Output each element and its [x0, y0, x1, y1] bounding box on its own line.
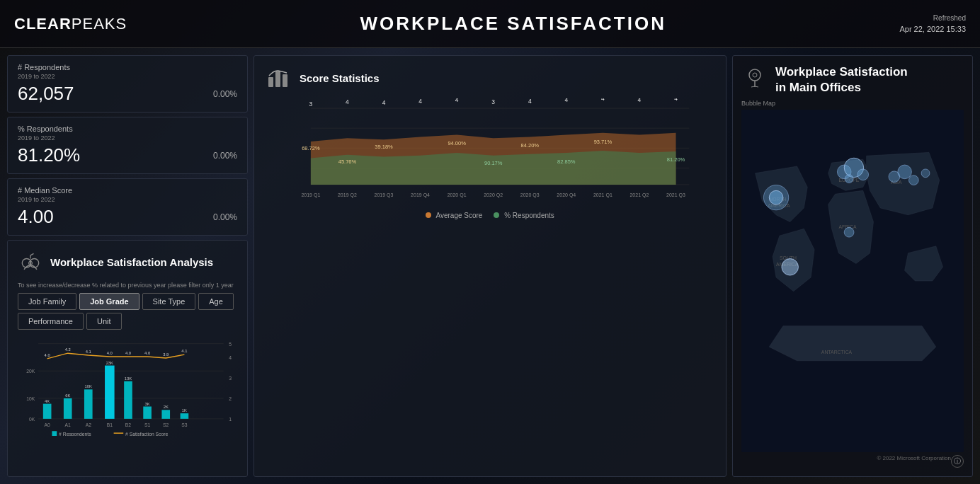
svg-text:4.1: 4.1 — [181, 349, 187, 353]
legend-avg-score: Average Score — [426, 212, 482, 219]
svg-text:81.20%: 81.20% — [667, 156, 685, 163]
tab-site-type[interactable]: Site Type — [142, 293, 196, 310]
respondents-label: # Respondents — [18, 63, 237, 71]
info-button[interactable]: ⓘ — [951, 455, 964, 468]
map-container: NORTH AMERICA SOUTH AMERICA EUROPE AFRIC… — [741, 110, 964, 452]
svg-text:4: 4 — [528, 98, 532, 105]
middle-panel: Score Statistics 3 4 4 4 4 3 — [253, 55, 727, 477]
pct-label: % Respondents — [18, 125, 237, 133]
respondents-value: 62,057 — [18, 83, 74, 105]
svg-rect-21 — [84, 389, 93, 419]
score-stats-header: Score Statistics — [266, 64, 714, 91]
svg-text:90.17%: 90.17% — [484, 160, 503, 166]
map-footer: © 2022 Microsoft Corporation ⓘ — [741, 455, 964, 468]
score-stats-card: Score Statistics 3 4 4 4 4 3 — [253, 55, 727, 477]
avg-score-dot — [426, 212, 431, 218]
svg-text:2020 Q3: 2020 Q3 — [520, 192, 540, 198]
tab-unit[interactable]: Unit — [86, 313, 122, 330]
svg-text:4.0: 4.0 — [107, 351, 113, 355]
refresh-label: Refreshed — [899, 13, 966, 23]
svg-text:B2: B2 — [125, 422, 132, 427]
svg-text:2019 Q3: 2019 Q3 — [375, 192, 394, 198]
score-stats-icon — [266, 64, 292, 91]
svg-rect-24 — [105, 366, 115, 419]
svg-text:2021 Q3: 2021 Q3 — [666, 192, 685, 198]
svg-text:20K: 20K — [26, 369, 35, 374]
svg-rect-52 — [275, 71, 280, 87]
refresh-info: Refreshed Apr 22, 2022 15:33 — [899, 13, 966, 35]
pct-row: 81.20% 0.00% — [18, 144, 237, 166]
svg-text:1: 1 — [229, 417, 232, 422]
svg-text:2: 2 — [229, 396, 232, 401]
svg-text:# Satisfaction Score: # Satisfaction Score — [125, 432, 168, 436]
respondents-change: 0.00% — [213, 89, 237, 99]
header: CLEARPEAKS WORKPLACE SATISFACTION Refres… — [0, 0, 980, 48]
svg-text:10K: 10K — [85, 384, 92, 388]
svg-text:A1: A1 — [65, 422, 72, 427]
analysis-header: Workplace Satisfaction Analysis — [18, 249, 237, 275]
svg-text:2019 Q4: 2019 Q4 — [411, 192, 430, 198]
svg-text:6K: 6K — [65, 393, 70, 398]
svg-text:84.20%: 84.20% — [521, 142, 540, 149]
svg-text:5: 5 — [229, 342, 232, 347]
svg-point-112 — [921, 169, 930, 178]
svg-text:2019 Q1: 2019 Q1 — [301, 192, 320, 198]
svg-text:S1: S1 — [144, 422, 151, 427]
logo: CLEARPEAKS — [14, 15, 127, 33]
world-map-svg: NORTH AMERICA SOUTH AMERICA EUROPE AFRIC… — [741, 110, 964, 452]
svg-text:82.85%: 82.85% — [557, 159, 576, 165]
svg-text:S2: S2 — [163, 422, 169, 427]
svg-point-92 — [749, 69, 760, 81]
tab-performance[interactable]: Performance — [18, 313, 84, 330]
svg-text:B1: B1 — [107, 422, 113, 427]
svg-rect-18 — [64, 398, 72, 419]
tab-age[interactable]: Age — [198, 293, 234, 310]
score-stats-title: Score Statistics — [300, 72, 380, 84]
bar-chart: 0K 10K 20K 1 2 3 4 5 4K A0 6K A1 — [18, 337, 237, 436]
tab-job-grade[interactable]: Job Grade — [79, 293, 139, 310]
svg-point-93 — [753, 73, 757, 77]
svg-point-110 — [898, 165, 912, 179]
svg-text:3.9: 3.9 — [163, 352, 169, 357]
analysis-title: Workplace Satisfaction Analysis — [50, 256, 213, 268]
bar-chart-area: 0K 10K 20K 1 2 3 4 5 4K A0 6K A1 — [18, 337, 237, 439]
median-label: # Median Score — [18, 186, 237, 195]
svg-text:2020 Q2: 2020 Q2 — [484, 192, 503, 198]
svg-rect-51 — [268, 77, 273, 87]
analysis-note: To see increase/decrease % related to pr… — [18, 282, 237, 289]
svg-text:68.72%: 68.72% — [302, 145, 320, 151]
logo-clear: CLEAR — [14, 15, 72, 33]
pct-period: 2019 to 2022 — [18, 134, 237, 142]
svg-text:4: 4 — [382, 99, 386, 106]
svg-text:ANTARCTICA: ANTARCTICA — [821, 350, 853, 355]
tab-job-family[interactable]: Job Family — [18, 293, 76, 310]
svg-point-108 — [845, 175, 853, 183]
svg-text:4: 4 — [601, 98, 605, 102]
svg-text:2021 Q1: 2021 Q1 — [593, 192, 612, 198]
right-panel: Workplace Satisfaction in Main Offices B… — [732, 55, 973, 477]
svg-text:4K: 4K — [45, 399, 50, 403]
right-title-area: Workplace Satisfaction in Main Offices — [741, 64, 964, 96]
svg-marker-60 — [311, 151, 676, 185]
legend-pct-respondents: % Respondents — [494, 212, 554, 219]
svg-text:13K: 13K — [125, 376, 132, 381]
svg-text:0K: 0K — [29, 417, 35, 422]
svg-text:4.1: 4.1 — [86, 350, 91, 354]
svg-text:4.0: 4.0 — [45, 353, 50, 357]
analysis-card: Workplace Satisfaction Analysis To see i… — [7, 240, 248, 477]
svg-text:4: 4 — [674, 98, 678, 102]
median-row: 4.00 0.00% — [18, 206, 237, 228]
svg-text:A2: A2 — [86, 422, 92, 427]
refresh-date: Apr 22, 2022 15:33 — [899, 23, 966, 35]
svg-text:10K: 10K — [26, 396, 35, 401]
svg-text:4: 4 — [564, 98, 568, 103]
svg-text:1K: 1K — [182, 408, 187, 413]
median-change: 0.00% — [213, 212, 237, 222]
svg-text:2K: 2K — [164, 405, 169, 409]
pct-value: 81.20% — [18, 144, 80, 166]
svg-text:2020 Q1: 2020 Q1 — [448, 192, 467, 198]
logo-peaks: PEAKS — [72, 15, 127, 33]
svg-text:# Respondents: # Respondents — [59, 432, 91, 436]
svg-text:3: 3 — [309, 100, 313, 108]
svg-rect-27 — [124, 381, 132, 419]
